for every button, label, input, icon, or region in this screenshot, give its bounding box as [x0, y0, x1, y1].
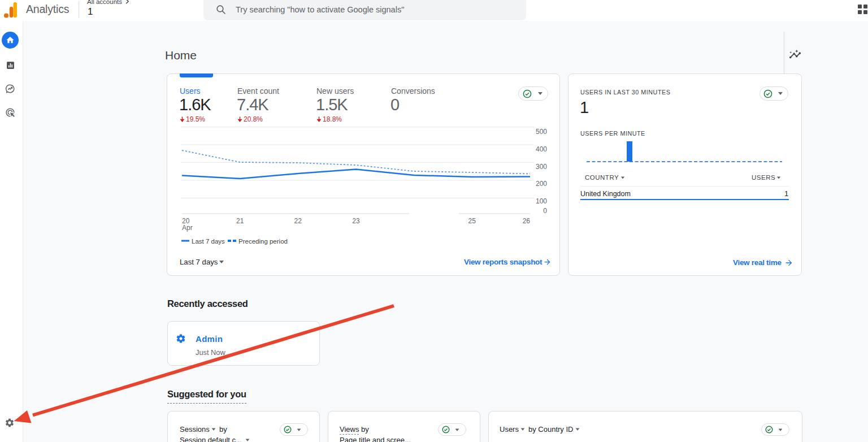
svg-text:200: 200	[536, 180, 547, 188]
svg-text:100: 100	[536, 197, 547, 205]
svg-text:Last 7 days: Last 7 days	[192, 238, 225, 245]
svg-text:23: 23	[352, 217, 360, 225]
svg-text:300: 300	[536, 163, 547, 171]
svg-text:22: 22	[294, 217, 302, 225]
svg-text:Apr: Apr	[182, 224, 193, 232]
svg-text:Preceding period: Preceding period	[238, 238, 288, 245]
svg-text:25: 25	[468, 217, 476, 225]
svg-text:400: 400	[536, 145, 547, 153]
svg-text:500: 500	[536, 128, 547, 136]
svg-text:26: 26	[523, 217, 531, 225]
svg-text:21: 21	[236, 217, 244, 225]
svg-text:0: 0	[543, 207, 547, 215]
